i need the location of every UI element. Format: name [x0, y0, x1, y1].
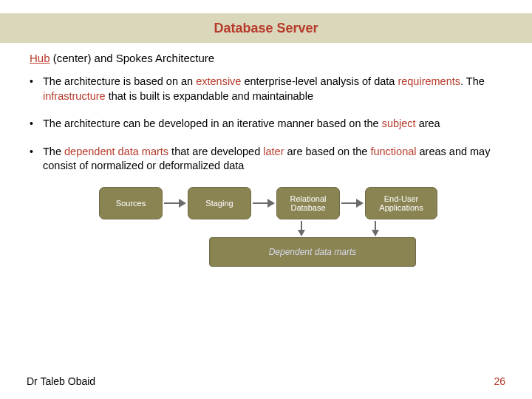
box-sources: Sources — [99, 187, 163, 219]
subheading-hub: Hub — [30, 52, 50, 64]
arrow-icon — [164, 198, 186, 208]
diagram-row: Sources Staging Relational Database End-… — [99, 187, 437, 219]
arrow-icon — [341, 198, 364, 208]
author-name: Dr Taleb Obaid — [27, 375, 95, 387]
content-area: Hub (center) and Spokes Architecture • T… — [0, 43, 532, 267]
bullet-2: • The architecture can be developed in a… — [30, 117, 507, 132]
bullet-marker: • — [30, 145, 43, 174]
box-end-user: End-User Applications — [365, 187, 437, 219]
bullet-3-text: The dependent data marts that are develo… — [43, 145, 507, 174]
bullet-1-text: The architecture is based on an extensiv… — [43, 75, 507, 103]
box-dependent-data-marts: Dependent data marts — [209, 237, 416, 267]
bullet-marker: • — [30, 75, 43, 103]
bullet-marker: • — [30, 117, 43, 132]
bullet-1: • The architecture is based on an extens… — [30, 75, 507, 103]
bullet-list: • The architecture is based on an extens… — [30, 75, 507, 174]
arrow-down-icon — [298, 230, 305, 236]
page-number: 26 — [494, 375, 505, 387]
slide-title: Database Server — [214, 21, 318, 36]
bullet-2-text: The architecture can be developed in an … — [43, 117, 440, 132]
box-staging: Staging — [188, 187, 251, 219]
box-relational-db: Relational Database — [276, 187, 340, 219]
subheading: Hub (center) and Spokes Architecture — [30, 52, 507, 64]
arrow-icon — [253, 198, 275, 208]
bullet-3: • The dependent data marts that are deve… — [30, 145, 507, 174]
subheading-rest: (center) and Spokes Architecture — [50, 52, 215, 64]
architecture-diagram: Sources Staging Relational Database End-… — [30, 187, 507, 267]
title-bar: Database Server — [0, 13, 532, 43]
footer: Dr Taleb Obaid 26 — [0, 375, 532, 387]
arrow-down-icon — [372, 230, 379, 236]
down-connectors — [135, 221, 401, 237]
